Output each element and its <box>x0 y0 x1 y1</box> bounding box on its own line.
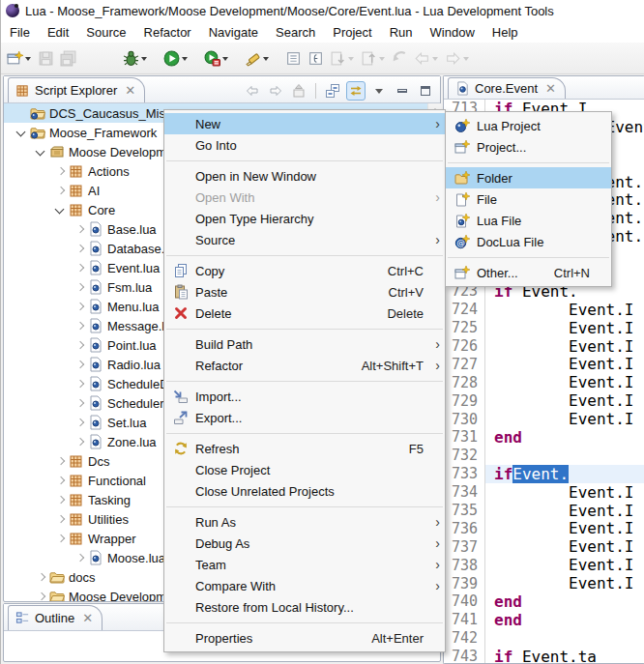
line-number[interactable]: 735 <box>444 502 485 520</box>
code-text[interactable]: Event.I <box>494 337 644 356</box>
folding-margin[interactable] <box>485 301 494 319</box>
code-line[interactable]: 736 Event.I <box>444 519 644 537</box>
expand-chevron-icon[interactable] <box>72 550 87 565</box>
expand-chevron-icon[interactable] <box>72 221 87 237</box>
expand-chevron-icon[interactable] <box>52 511 68 527</box>
menu-item-open-in-new-window[interactable]: Open in New Window <box>164 165 445 187</box>
line-number[interactable]: 742 <box>444 629 485 648</box>
code-line[interactable]: 727 Event.I <box>444 355 644 373</box>
code-line[interactable]: 740 end <box>444 592 644 611</box>
menu-item-new[interactable]: New› <box>164 113 445 134</box>
line-number[interactable]: 740 <box>444 592 485 611</box>
menubar-item-edit[interactable]: Edit <box>39 23 77 42</box>
code-line[interactable]: 725 Event.I <box>444 319 644 337</box>
link-with-editor-icon[interactable] <box>346 81 366 101</box>
code-text[interactable]: Event.I <box>494 519 644 537</box>
collapse-all-icon[interactable] <box>323 81 342 101</box>
code-text[interactable]: Event.I <box>494 319 644 337</box>
folding-margin[interactable] <box>485 483 494 502</box>
folding-margin[interactable] <box>485 611 494 629</box>
submenu-item-lua-file[interactable]: Lua File <box>446 210 611 231</box>
code-line[interactable]: 742 <box>444 629 644 648</box>
line-number[interactable]: 730 <box>444 410 485 428</box>
code-text[interactable]: end <box>494 592 644 611</box>
menu-item-export[interactable]: Export... <box>164 407 445 428</box>
code-line[interactable]: 738 Event.I <box>444 556 644 574</box>
expand-chevron-icon[interactable] <box>72 337 87 353</box>
code-line[interactable]: 733 if Event. <box>444 465 644 483</box>
open-element-button[interactable] <box>283 46 304 70</box>
line-number[interactable]: 743 <box>444 648 485 663</box>
line-number[interactable]: 739 <box>444 574 485 592</box>
folding-margin[interactable] <box>485 502 494 520</box>
code-text[interactable]: if Event.ta <box>494 648 644 663</box>
back-history-icon[interactable] <box>243 81 262 101</box>
code-line[interactable]: 731 end <box>444 428 644 447</box>
folding-margin[interactable] <box>485 465 494 483</box>
expand-chevron-icon[interactable] <box>72 395 87 411</box>
menubar-item-window[interactable]: Window <box>422 23 483 42</box>
folding-margin[interactable] <box>485 447 494 465</box>
expand-chevron-icon[interactable] <box>72 260 87 275</box>
menu-item-refactor[interactable]: RefactorAlt+Shift+T› <box>164 355 445 376</box>
code-line[interactable]: 724 Event.I <box>444 301 644 319</box>
code-text[interactable]: Event.I <box>494 574 644 592</box>
line-number[interactable]: 738 <box>444 556 485 574</box>
menubar-item-run[interactable]: Run <box>381 23 422 42</box>
line-number[interactable]: 729 <box>444 391 485 410</box>
expand-chevron-icon[interactable] <box>72 299 87 314</box>
menubar-item-navigate[interactable]: Navigate <box>200 23 267 42</box>
folding-margin[interactable] <box>485 373 494 391</box>
code-line[interactable]: 732 <box>444 447 644 465</box>
menubar-item-source[interactable]: Source <box>77 23 134 42</box>
coverage-dropdown-icon[interactable] <box>222 57 228 64</box>
expand-chevron-icon[interactable] <box>52 473 68 488</box>
menu-item-import[interactable]: Import... <box>164 386 445 407</box>
expand-chevron-icon[interactable] <box>72 241 87 256</box>
code-line[interactable]: 743 if Event.ta <box>444 648 644 663</box>
up-icon[interactable] <box>289 81 308 101</box>
menubar-item-project[interactable]: Project <box>324 23 380 42</box>
expand-chevron-icon[interactable] <box>52 202 68 217</box>
submenu-item-project[interactable]: Project... <box>446 136 611 158</box>
line-number[interactable]: 741 <box>444 611 485 629</box>
code-text[interactable]: Event.I <box>494 410 644 428</box>
close-tab-icon[interactable]: ✕ <box>545 84 556 94</box>
code-text[interactable]: Event.I <box>494 391 644 410</box>
coverage-button[interactable] <box>202 46 231 70</box>
run-dropdown-icon[interactable] <box>182 57 188 64</box>
menu-item-paste[interactable]: PasteCtrl+V <box>164 281 445 303</box>
menu-item-copy[interactable]: CopyCtrl+C <box>164 260 445 281</box>
external-tools-dropdown-icon[interactable] <box>263 57 269 64</box>
menu-item-go-into[interactable]: Go Into <box>164 134 445 156</box>
line-number[interactable]: 732 <box>444 447 485 465</box>
menu-item-team[interactable]: Team› <box>164 554 445 575</box>
line-number[interactable]: 728 <box>444 373 485 391</box>
line-number[interactable]: 734 <box>444 483 485 502</box>
debug-button[interactable] <box>121 46 150 70</box>
menu-item-restore-from-local-history[interactable]: Restore from Local History... <box>164 596 445 618</box>
new-wizard-button[interactable] <box>5 46 34 70</box>
code-line[interactable]: 729 Event.I <box>444 391 644 410</box>
submenu-item-lua-project[interactable]: Lua Project <box>446 115 611 136</box>
submenu-item-file[interactable]: File <box>446 188 611 210</box>
submenu-item-folder[interactable]: Folder <box>446 167 611 188</box>
expand-chevron-icon[interactable] <box>33 589 48 601</box>
submenu-item-other[interactable]: Other...Ctrl+N <box>446 262 611 283</box>
line-number[interactable]: 726 <box>444 337 485 356</box>
view-menu-icon[interactable] <box>369 81 389 101</box>
expand-chevron-icon[interactable] <box>52 163 68 179</box>
menu-item-close-unrelated-projects[interactable]: Close Unrelated Projects <box>164 480 445 502</box>
code-line[interactable]: 730 Event.I <box>444 410 644 428</box>
code-line[interactable]: 741 end <box>444 611 644 629</box>
expand-chevron-icon[interactable] <box>52 531 68 546</box>
tab-outline[interactable]: Outline ✕ <box>8 605 102 630</box>
line-number[interactable]: 724 <box>444 301 485 319</box>
debug-dropdown-icon[interactable] <box>141 57 147 64</box>
expand-chevron-icon[interactable] <box>72 318 87 333</box>
code-text[interactable]: end <box>494 611 644 629</box>
code-text[interactable]: Event.I <box>494 502 644 520</box>
code-line[interactable]: 726 Event.I <box>444 337 644 356</box>
folding-margin[interactable] <box>485 629 494 648</box>
expand-chevron-icon[interactable] <box>33 144 48 159</box>
